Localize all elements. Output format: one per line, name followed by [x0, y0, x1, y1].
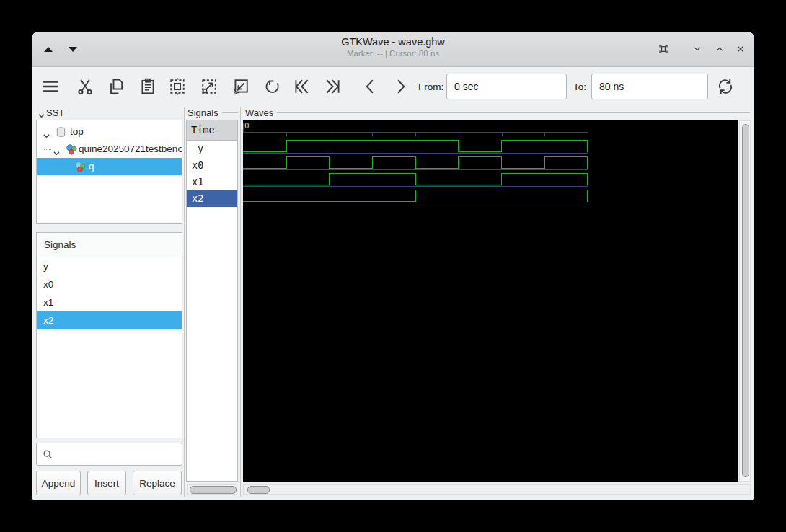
right-splitter-handle[interactable]: [240, 107, 241, 497]
signals-column-frame-label: Signals: [187, 107, 218, 118]
tree-branch-line: [44, 149, 51, 150]
left-splitter-handle[interactable]: [184, 107, 185, 497]
list-item-x2[interactable]: x2: [37, 311, 182, 329]
wave-vscrollbar[interactable]: [739, 120, 751, 482]
waves-frame-label: Waves: [245, 107, 273, 118]
paste-button[interactable]: [138, 76, 158, 97]
to-input[interactable]: [591, 74, 708, 99]
zoom-in-button[interactable]: [199, 76, 219, 97]
append-button[interactable]: Append: [36, 471, 81, 495]
skip-start-icon: [291, 76, 312, 97]
zoom-fit-button[interactable]: [167, 76, 187, 97]
wave-canvas[interactable]: 0: [243, 120, 738, 482]
wave-svg[interactable]: 0: [243, 120, 738, 482]
scrollbar-thumb[interactable]: [247, 486, 270, 494]
close-icon: [733, 42, 748, 56]
zoom-out-button[interactable]: [231, 76, 251, 97]
scrollbar-thumb[interactable]: [190, 486, 237, 494]
marker-cursor-status: Marker: -- | Cursor: 80 ns: [32, 49, 754, 58]
signal-row-x2[interactable]: x2: [187, 190, 237, 207]
to-label: To:: [573, 81, 586, 92]
list-item-y[interactable]: y: [37, 257, 182, 275]
search-icon: [43, 449, 53, 460]
from-input[interactable]: [446, 74, 567, 99]
frame-border-line: [277, 112, 750, 113]
shift-right-button[interactable]: [390, 76, 410, 97]
maximize-button[interactable]: [712, 42, 727, 56]
titlebar-text: GTKWave - wave.ghw Marker: -- | Cursor: …: [32, 36, 754, 58]
hamburger-menu-icon: [40, 76, 61, 97]
toolbar: From: To:: [32, 67, 754, 107]
list-item-x1[interactable]: x1: [37, 293, 182, 311]
signal-row-y[interactable]: y: [187, 141, 237, 157]
chevron-left-icon: [361, 76, 381, 97]
scrollbar-thumb[interactable]: [742, 124, 749, 477]
hierarchy-top-icon: [55, 126, 67, 138]
module-icon: [74, 161, 87, 173]
reload-button[interactable]: [715, 76, 736, 97]
tree-node-top[interactable]: top: [37, 123, 182, 141]
zoom-in-icon: [199, 76, 219, 97]
skip-end-icon: [323, 76, 343, 97]
copy-button[interactable]: [106, 76, 126, 97]
module-icon: [66, 143, 78, 156]
from-label: From:: [418, 81, 443, 92]
shift-left-button[interactable]: [361, 76, 381, 97]
time-header-cell[interactable]: Time: [187, 120, 237, 141]
tree-node-label: quine20250721testbench: [79, 141, 182, 158]
signal-row-x1[interactable]: x1: [187, 174, 237, 190]
tree-node-label: q: [89, 158, 94, 175]
tree-node-label: top: [70, 123, 84, 141]
chevron-down-icon: [37, 112, 45, 120]
close-button[interactable]: [733, 42, 748, 56]
scissors-icon: [75, 76, 95, 97]
signals-column: Time y x0 x1 x2: [186, 120, 238, 482]
clipboard-icon: [138, 76, 158, 97]
frame-border-line: [222, 112, 238, 113]
titlebar[interactable]: GTKWave - wave.ghw Marker: -- | Cursor: …: [32, 32, 754, 67]
skip-to-end-button[interactable]: [323, 76, 346, 97]
fullscreen-button[interactable]: [656, 42, 671, 56]
replace-button[interactable]: Replace: [133, 471, 182, 495]
wave-hscrollbar[interactable]: [243, 484, 751, 495]
svg-text:0: 0: [244, 121, 250, 130]
cut-button[interactable]: [75, 76, 95, 97]
chevron-right-icon: [390, 76, 410, 97]
signal-search-input[interactable]: [36, 443, 182, 466]
minimize-button[interactable]: [690, 42, 705, 56]
sst-tree: top quine20250721testbench q: [36, 120, 182, 224]
tree-branch-line: [54, 167, 67, 167]
signals-list-panel: Signals y x0 x1 x2: [36, 232, 182, 438]
sst-frame-label: SST: [46, 107, 64, 118]
signals-column-hscrollbar[interactable]: [187, 484, 237, 495]
window-title: GTKWave - wave.ghw: [32, 36, 754, 48]
list-item-x0[interactable]: x0: [37, 275, 182, 293]
reload-icon: [715, 76, 736, 97]
undo-button[interactable]: [262, 76, 283, 97]
zoom-fit-icon: [167, 76, 187, 97]
chevron-up-icon: [712, 42, 727, 56]
skip-to-start-button[interactable]: [291, 76, 314, 97]
copy-icon: [106, 76, 126, 97]
signal-row-x0[interactable]: x0: [187, 157, 237, 174]
signals-list-header: Signals: [37, 233, 182, 257]
zoom-out-icon: [231, 76, 251, 97]
tree-node-q[interactable]: q: [37, 158, 182, 175]
chevron-down-icon: [690, 42, 705, 56]
menu-button[interactable]: [40, 76, 65, 97]
tree-node-testbench[interactable]: quine20250721testbench: [37, 141, 182, 158]
insert-button[interactable]: Insert: [87, 471, 126, 495]
undo-icon: [262, 76, 283, 97]
fullscreen-icon: [656, 42, 671, 56]
gtkwave-window: GTKWave - wave.ghw Marker: -- | Cursor: …: [32, 32, 754, 500]
